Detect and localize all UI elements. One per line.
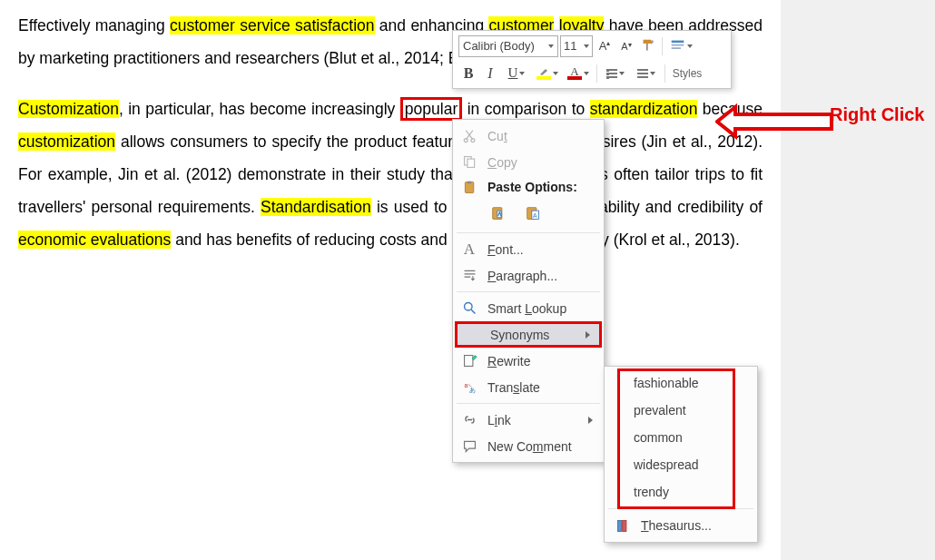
page-margin-gray [781,0,935,560]
context-menu[interactable]: Cut Copy Paste Options: A A Font... Para… [452,119,605,463]
paste-options-header: Paste Options: [455,175,602,199]
menu-cut-label: Cut [487,129,596,143]
menu-synonyms-label: Synonyms [490,328,549,342]
paste-icon [460,178,478,196]
bullets-icon [606,69,617,78]
synonym-option[interactable]: trendy [606,478,755,506]
selected-word-popular[interactable]: popular [400,97,462,121]
grow-font-button[interactable]: A▴ [595,35,615,57]
menu-rewrite-label: Rewrite [487,354,596,368]
chevron-down-icon [619,72,625,75]
link-icon [460,411,478,429]
svg-point-10 [464,303,472,311]
svg-rect-11 [464,356,472,367]
mini-toolbar[interactable]: Calibri (Body) 11 A▴ A▾ B I U A [452,30,732,89]
menu-translate[interactable]: aあ Translate [455,374,602,400]
bold-button[interactable]: B [458,63,478,84]
chevron-down-icon [548,44,554,48]
menu-separator [457,291,600,292]
synonym-option[interactable]: fashionable [606,369,755,397]
svg-rect-4 [465,182,473,192]
svg-rect-15 [622,520,625,531]
separator [664,64,665,83]
mini-toolbar-row-1: Calibri (Body) 11 A▴ A▾ [458,34,725,58]
copy-icon [460,153,478,172]
synonyms-submenu[interactable]: fashionable prevalent common widespread … [604,366,758,543]
bullets-button[interactable] [601,63,630,84]
menu-separator [457,403,600,404]
svg-point-0 [464,139,468,142]
text: Effectively managing [18,16,170,34]
styles-label[interactable]: Styles [669,67,705,80]
chevron-right-icon [588,417,593,424]
highlight-color-button[interactable] [533,63,562,84]
menu-rewrite[interactable]: Rewrite [455,348,602,374]
menu-link[interactable]: Link [455,407,602,433]
svg-point-1 [470,139,474,142]
thesaurus-option[interactable]: Thesaurus... [606,512,755,539]
chevron-right-icon [586,331,590,339]
text: because [697,100,763,118]
menu-smart-lookup-label: Smart Lookup [487,301,596,316]
paste-keep-formatting[interactable] [487,202,509,224]
bold-icon: B [464,65,474,82]
svg-rect-5 [467,181,470,183]
svg-text:あ: あ [468,387,475,394]
underline-icon: U [508,65,518,81]
styles-icon [670,38,685,54]
menu-synonyms[interactable]: Synonyms [455,321,602,348]
svg-rect-3 [467,159,474,167]
separator [662,37,663,55]
chevron-down-icon [584,44,589,48]
menu-copy-label: Copy [487,155,596,170]
grow-font-icon: A▴ [599,39,611,53]
menu-new-comment-label: New Comment [487,439,596,454]
highlight-css: customer service satisfaction [170,16,375,34]
menu-font-label: Font... [487,242,596,257]
comment-icon [460,437,478,456]
menu-paragraph-label: Paragraph... [487,269,596,283]
svg-text:A: A [532,211,536,218]
format-painter-button[interactable] [638,35,658,57]
styles-dropdown[interactable] [666,35,695,57]
menu-paragraph[interactable]: Paragraph... [455,262,602,289]
highlight-customization: Customization [18,100,119,118]
search-icon [460,300,478,318]
translate-icon: aあ [460,378,478,397]
synonym-option[interactable]: common [606,424,755,451]
highlight-customization-2: customization [18,133,115,151]
paste-text-only[interactable]: A [522,202,544,224]
rewrite-icon [460,352,478,370]
menu-font[interactable]: A Font... [455,236,602,262]
menu-translate-label: Translate [487,380,596,395]
font-color-button[interactable]: A [564,63,593,84]
font-size-select[interactable]: 11 [560,35,593,57]
menu-new-comment[interactable]: New Comment [455,433,602,459]
font-icon: A [460,241,478,259]
paragraph-2: Customization, in particular, has become… [18,93,763,256]
thesaurus-icon [614,516,632,535]
synonym-option[interactable]: widespread [606,451,755,478]
svg-rect-14 [617,520,621,531]
italic-button[interactable]: I [480,63,500,84]
chevron-down-icon [584,72,589,75]
menu-smart-lookup[interactable]: Smart Lookup [455,295,602,321]
font-size-value: 11 [564,39,576,53]
annotation-right-click-label: Right Click [830,104,924,125]
chevron-down-icon [650,72,655,75]
chevron-down-icon [519,72,525,75]
chevron-down-icon [553,72,558,75]
underline-button[interactable]: U [502,63,531,84]
font-color-icon: A [567,67,582,80]
text: become increasingly [245,100,400,118]
font-family-select[interactable]: Calibri (Body) [458,35,558,57]
chevron-down-icon [687,44,693,48]
shrink-font-button[interactable]: A▾ [616,35,636,57]
synonym-option[interactable]: prevalent [606,397,755,424]
highlight-economic-evaluations: economic evaluations [18,231,171,249]
menu-copy: Copy [455,149,602,175]
numbering-button[interactable] [632,63,661,84]
numbering-icon [637,69,648,78]
shrink-font-icon: A▾ [621,41,631,52]
menu-separator [608,508,753,509]
